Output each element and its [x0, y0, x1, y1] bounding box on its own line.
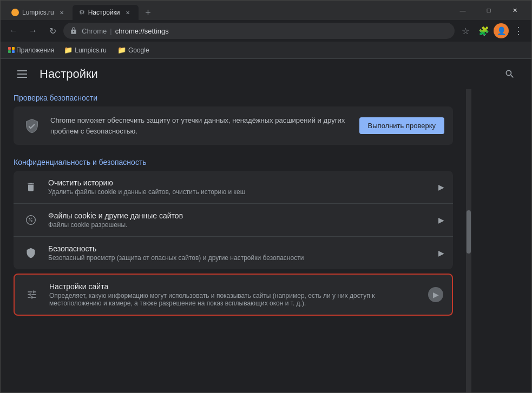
window-controls: — □ ✕: [450, 3, 531, 18]
bookmarks-bar: Приложения 📁 Lumpics.ru 📁 Google: [1, 42, 531, 59]
apps-grid-icon: [8, 47, 15, 54]
bookmark-google-label: Google: [128, 46, 149, 54]
cookie-icon: [22, 211, 40, 229]
sidebar-toggle-button[interactable]: [14, 65, 31, 83]
tab-settings-favicon: ⚙: [79, 9, 85, 16]
privacy-section-title: Конфиденциальность и безопасность: [14, 154, 453, 169]
svg-point-2: [31, 218, 32, 219]
title-bar: Lumpics.ru ✕ ⚙ Настройки ✕ + — □ ✕: [1, 1, 531, 20]
safety-check-button[interactable]: Выполнить проверку: [359, 117, 444, 134]
svg-point-4: [31, 220, 32, 222]
tab-lumpics-label: Lumpics.ru: [22, 9, 54, 16]
bookmark-lumpics[interactable]: 📁 Lumpics.ru: [60, 45, 111, 55]
svg-point-0: [27, 216, 36, 225]
safety-check-description: Chrome поможет обеспечить защиту от утеч…: [50, 115, 351, 136]
settings-page-title: Настройки: [40, 67, 98, 81]
settings-header: Настройки: [1, 59, 531, 89]
lock-icon: [70, 27, 77, 35]
arrow-icon-cookies: ▶: [438, 216, 444, 224]
nav-bar: ← → ↻ Chrome | chrome://settings ☆ 🧩 👤 ⋮: [1, 20, 531, 42]
maximize-button[interactable]: □: [476, 3, 501, 18]
browser-window: Lumpics.ru ✕ ⚙ Настройки ✕ + — □ ✕ ← → ↻: [0, 0, 532, 393]
address-site: Chrome: [82, 27, 107, 35]
item-title-site-settings: Настройки сайта: [49, 282, 419, 291]
tab-lumpics-close[interactable]: ✕: [57, 8, 66, 17]
settings-page: Настройки Проверка безопасности: [1, 59, 531, 392]
address-url: chrome://settings: [115, 27, 169, 35]
svg-point-3: [29, 221, 30, 222]
tab-lumpics[interactable]: Lumpics.ru ✕: [5, 5, 73, 20]
bookmark-star-button[interactable]: ☆: [457, 22, 474, 39]
extensions-button[interactable]: 🧩: [475, 22, 492, 39]
svg-point-1: [29, 218, 30, 219]
bookmark-google[interactable]: 📁 Google: [113, 45, 154, 55]
arrow-icon-security: ▶: [438, 249, 444, 257]
item-subtitle-security: Безопасный просмотр (защита от опасных с…: [48, 254, 430, 262]
item-text-site-settings: Настройки сайта Определяет, какую информ…: [49, 282, 419, 307]
settings-item-site-settings[interactable]: Настройки сайта Определяет, какую информ…: [14, 274, 453, 316]
scrollbar[interactable]: [466, 89, 471, 392]
tab-settings-close[interactable]: ✕: [123, 8, 132, 17]
apps-label: Приложения: [16, 46, 54, 54]
tab-settings-label: Настройки: [88, 9, 120, 16]
arrow-icon-clear-history: ▶: [438, 183, 444, 191]
settings-search-button[interactable]: [501, 65, 518, 83]
folder-icon-lumpics: 📁: [64, 46, 73, 54]
item-subtitle-site-settings: Определяет, какую информацию могут испол…: [49, 292, 419, 307]
refresh-button[interactable]: ↻: [44, 22, 61, 39]
tab-lumpics-favicon: [11, 9, 19, 16]
forward-button[interactable]: →: [24, 22, 42, 39]
content-inner: Проверка безопасности Chrome поможет обе…: [1, 89, 466, 392]
svg-point-5: [30, 219, 31, 220]
settings-item-clear-history[interactable]: Очистить историю Удалить файлы cookie и …: [14, 171, 453, 204]
close-button[interactable]: ✕: [502, 3, 527, 18]
address-bar[interactable]: Chrome | chrome://settings: [63, 23, 455, 39]
menu-line-3: [17, 77, 27, 78]
new-tab-button[interactable]: +: [141, 5, 156, 20]
bookmark-lumpics-label: Lumpics.ru: [75, 46, 107, 54]
sliders-icon: [23, 286, 41, 303]
back-button[interactable]: ←: [5, 22, 22, 39]
address-text: Chrome | chrome://settings: [82, 27, 448, 35]
menu-line-2: [17, 74, 27, 75]
folder-icon-google: 📁: [117, 46, 126, 54]
safety-check-title: Проверка безопасности: [14, 89, 453, 104]
item-text-cookies: Файлы cookie и другие данные сайтов Файл…: [48, 211, 430, 229]
tab-settings[interactable]: ⚙ Настройки ✕: [73, 5, 139, 20]
safety-check-card: Chrome поможет обеспечить защиту от утеч…: [14, 106, 453, 145]
main-area: Настройки Проверка безопасности: [1, 59, 531, 392]
address-separator: |: [110, 27, 111, 35]
item-subtitle-clear-history: Удалить файлы cookie и данные сайтов, оч…: [48, 188, 430, 196]
security-shield-icon: [22, 244, 40, 262]
item-title-clear-history: Очистить историю: [48, 178, 430, 187]
settings-item-cookies[interactable]: Файлы cookie и другие данные сайтов Файл…: [14, 204, 453, 237]
item-title-security: Безопасность: [48, 244, 430, 253]
privacy-items-group: Очистить историю Удалить файлы cookie и …: [14, 171, 453, 269]
apps-bookmark[interactable]: Приложения: [5, 45, 57, 55]
menu-line-1: [17, 70, 27, 71]
tabs-area: Lumpics.ru ✕ ⚙ Настройки ✕ +: [1, 1, 450, 20]
arrow-icon-site-settings: ▶: [428, 287, 443, 302]
trash-icon: [22, 178, 40, 196]
scrollbar-thumb: [467, 210, 471, 254]
settings-content[interactable]: Проверка безопасности Chrome поможет обе…: [1, 89, 531, 392]
search-icon: [504, 69, 515, 79]
safety-shield-icon: [22, 116, 42, 136]
item-text-security: Безопасность Безопасный просмотр (защита…: [48, 244, 430, 262]
chrome-menu-button[interactable]: ⋮: [510, 22, 527, 39]
profile-button[interactable]: 👤: [494, 23, 509, 38]
minimize-button[interactable]: —: [450, 3, 475, 18]
settings-item-security[interactable]: Безопасность Безопасный просмотр (защита…: [14, 237, 453, 269]
item-text-clear-history: Очистить историю Удалить файлы cookie и …: [48, 178, 430, 196]
nav-right-buttons: ☆ 🧩 👤 ⋮: [457, 22, 527, 39]
item-title-cookies: Файлы cookie и другие данные сайтов: [48, 211, 430, 220]
item-subtitle-cookies: Файлы cookie разрешены.: [48, 221, 430, 229]
